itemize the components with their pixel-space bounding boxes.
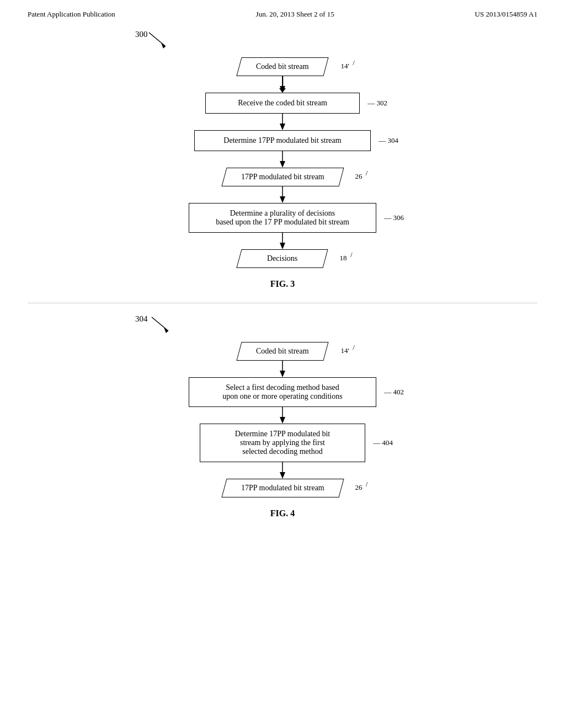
svg-marker-3 [280, 86, 285, 93]
fig4-caption: FIG. 4 [270, 508, 295, 518]
svg-marker-17 [280, 417, 285, 424]
fig4-section-arrow [146, 314, 179, 336]
coded-bit-stream-2-shape: Coded bit stream [239, 342, 326, 361]
fig4-flow: Coded bit stream 14' / Select a first de… [33, 336, 532, 529]
fig3-node-17pp: 17PP modulated bit stream 26 / [33, 168, 532, 186]
fig4-container: 304 Coded bit stream 14' / [0, 309, 565, 529]
fig3-node-decisions: Decisions 18 / [33, 249, 532, 268]
fig4-node-402: Select a first decoding method based upo… [33, 377, 532, 407]
step-302-shape: Receive the coded bit stream [205, 93, 360, 114]
fig4-node-coded-bit-stream: Coded bit stream 14' / [33, 342, 532, 361]
fig3-node-coded-bit-stream: Coded bit stream 14' / [33, 57, 532, 76]
tick5: / [366, 480, 368, 489]
arrow-1 [282, 76, 283, 93]
svg-marker-7 [280, 161, 285, 168]
step-402-text: Select a first decoding method based upo… [222, 383, 342, 401]
fig3-section-arrow [143, 30, 177, 52]
fig3-flow: Coded bit stream 14' / Receive the coded… [33, 52, 532, 300]
fig3-caption: FIG. 3 [270, 279, 295, 289]
tick3: / [350, 250, 353, 259]
svg-marker-19 [280, 472, 285, 479]
fig4-node-404: Determine 17PP modulated bit stream by a… [33, 424, 532, 462]
tick4: / [353, 343, 355, 352]
svg-marker-11 [280, 243, 285, 249]
fig3-node-302: Receive the coded bit stream — 302 [33, 93, 532, 114]
decisions-text: Decisions [267, 254, 297, 263]
section-divider [28, 303, 537, 303]
coded-bit-stream-1-shape: Coded bit stream [239, 57, 326, 76]
step-404-shape: Determine 17PP modulated bit stream by a… [200, 424, 365, 462]
decisions-label: 18 [340, 254, 347, 263]
arrow-8 [279, 462, 286, 479]
decisions-shape: Decisions [239, 249, 326, 268]
step-402-label: — 402 [384, 388, 404, 397]
17pp-stream-1-text: 17PP modulated bit stream [241, 173, 324, 181]
header-left: Patent Application Publication [28, 10, 115, 19]
17pp-stream-1-shape: 17PP modulated bit stream [224, 168, 342, 186]
step-404-label: — 404 [373, 438, 393, 447]
17pp-stream-2-shape: 17PP modulated bit stream [224, 479, 342, 497]
header-center: Jun. 20, 2013 Sheet 2 of 15 [256, 10, 334, 19]
fig4-node-17pp: 17PP modulated bit stream 26 / [33, 479, 532, 497]
step-306-text: Determine a plurality of decisions based… [216, 209, 349, 227]
step-302-text: Receive the coded bit stream [238, 99, 327, 108]
tick1: / [353, 58, 355, 67]
arrow-5 [279, 233, 286, 249]
17pp-stream-2-text: 17PP modulated bit stream [241, 484, 324, 493]
arrow-6 [279, 361, 286, 377]
svg-line-0 [149, 33, 166, 46]
step-304-shape: Determine 17PP modulated bit stream [194, 130, 371, 151]
coded-bit-stream-2-label: 14' [340, 346, 349, 355]
svg-marker-9 [280, 196, 285, 203]
step-306-shape: Determine a plurality of decisions based… [189, 203, 376, 233]
step-304-label: — 304 [379, 136, 398, 145]
page-header: Patent Application Publication Jun. 20, … [0, 0, 565, 24]
svg-marker-5 [280, 124, 285, 130]
fig3-node-304: Determine 17PP modulated bit stream — 30… [33, 130, 532, 151]
fig3-node-306: Determine a plurality of decisions based… [33, 203, 532, 233]
step-402-shape: Select a first decoding method based upo… [189, 377, 376, 407]
svg-marker-15 [280, 371, 285, 377]
arrow-7 [279, 407, 286, 424]
coded-bit-stream-1-text: Coded bit stream [256, 62, 309, 71]
fig3-container: 300 Coded bit stream 14' / [0, 24, 565, 300]
step-404-text: Determine 17PP modulated bit stream by a… [235, 430, 331, 456]
17pp-stream-1-label: 26 [355, 172, 362, 181]
header-right: US 2013/0154859 A1 [475, 10, 537, 19]
arrow-2 [279, 114, 286, 130]
coded-bit-stream-2-text: Coded bit stream [256, 347, 309, 356]
step-304-text: Determine 17PP modulated bit stream [223, 136, 341, 145]
arrow-4 [279, 186, 286, 203]
step-306-label: — 306 [384, 213, 404, 222]
tick2: / [366, 169, 368, 178]
svg-line-12 [152, 317, 168, 331]
17pp-stream-2-label: 26 [355, 483, 362, 492]
step-302-label: — 302 [367, 99, 387, 108]
coded-bit-stream-1-label: 14' [340, 62, 349, 71]
arrow-3 [279, 151, 286, 168]
